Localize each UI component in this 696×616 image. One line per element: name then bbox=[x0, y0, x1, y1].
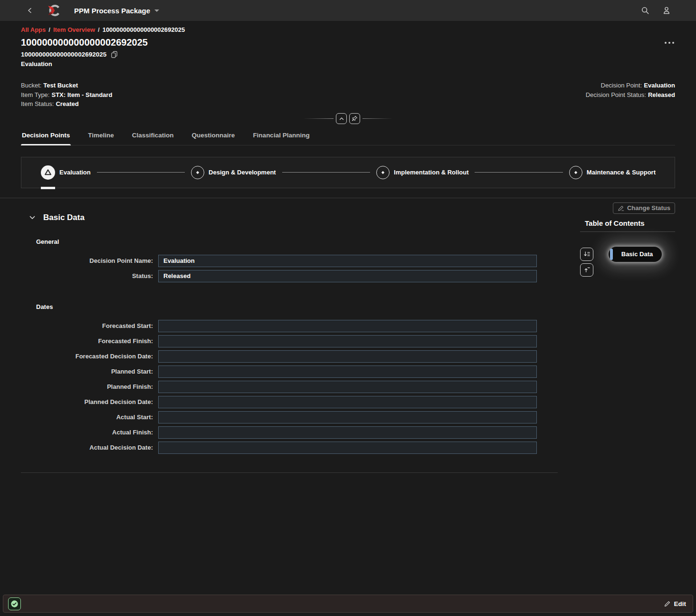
breadcrumb-separator: / bbox=[98, 26, 100, 33]
step-label: Maintenance & Support bbox=[587, 169, 656, 176]
tab-timeline[interactable]: Timeline bbox=[87, 130, 115, 145]
ellipsis-icon bbox=[668, 42, 670, 44]
item-meta: Bucket:Test Bucket Item Type:STX: Item -… bbox=[21, 81, 675, 109]
edit-button[interactable]: Edit bbox=[664, 600, 686, 607]
user-icon bbox=[662, 6, 671, 15]
meta-line: Bucket:Test Bucket bbox=[21, 81, 112, 90]
field-row: Actual Decision Date: bbox=[21, 442, 558, 454]
stepper-connector bbox=[282, 172, 370, 173]
breadcrumb-all-apps[interactable]: All Apps bbox=[21, 26, 46, 33]
meta-label: Decision Point Status: bbox=[586, 91, 646, 98]
field-row: Planned Decision Date: bbox=[21, 396, 558, 408]
signature-pen-icon bbox=[618, 205, 624, 212]
tab-financial-planning[interactable]: Financial Planning bbox=[252, 130, 310, 145]
actual-start-input[interactable] bbox=[158, 411, 537, 424]
meta-value: Evaluation bbox=[644, 82, 675, 89]
decision-point-subtitle: Evaluation bbox=[21, 60, 675, 67]
forecasted-decision-date-input[interactable] bbox=[158, 350, 537, 363]
toc-title: Table of Contents bbox=[580, 219, 675, 227]
header-collapse-row bbox=[21, 113, 675, 125]
divider-hairline bbox=[362, 118, 393, 119]
section-title: Basic Data bbox=[43, 213, 85, 222]
field-row: Planned Finish: bbox=[21, 381, 558, 393]
actual-decision-date-input[interactable] bbox=[158, 442, 537, 454]
field-label: Status: bbox=[21, 270, 158, 282]
pin-header-button[interactable] bbox=[349, 113, 360, 124]
chevron-down-icon bbox=[29, 214, 36, 221]
search-button[interactable] bbox=[639, 4, 652, 17]
success-check-button[interactable] bbox=[8, 597, 21, 610]
app-title-dropdown[interactable]: PPM Process Package bbox=[74, 7, 159, 15]
item-meta-right: Decision Point:Evaluation Decision Point… bbox=[586, 81, 675, 109]
diamond-icon bbox=[191, 166, 204, 179]
breadcrumb-separator: / bbox=[48, 26, 50, 33]
dropdown-caret-icon bbox=[154, 10, 159, 12]
stepper-step-design-development[interactable]: Design & Development bbox=[191, 166, 276, 179]
decision-point-name-input[interactable]: Evaluation bbox=[158, 255, 537, 267]
step-label: Design & Development bbox=[209, 169, 276, 176]
meta-label: Item Status: bbox=[21, 100, 54, 107]
step-label: Implementation & Rollout bbox=[394, 169, 468, 176]
toc-divider bbox=[580, 231, 675, 232]
meta-value: STX: Item - Standard bbox=[51, 91, 112, 98]
forecasted-finish-input[interactable] bbox=[158, 335, 537, 347]
edit-label: Edit bbox=[674, 600, 686, 607]
field-label: Planned Start: bbox=[21, 366, 158, 378]
pencil-icon bbox=[664, 600, 671, 607]
scroll-top-icon bbox=[583, 266, 591, 273]
copy-id-button[interactable] bbox=[111, 51, 118, 58]
stepper-step-evaluation[interactable]: Evaluation bbox=[41, 165, 91, 180]
field-row: Status: Released bbox=[21, 270, 558, 282]
meta-value: Test Bucket bbox=[43, 82, 78, 89]
status-input[interactable]: Released bbox=[158, 270, 537, 282]
planned-start-input[interactable] bbox=[158, 366, 537, 378]
field-row: Forecasted Finish: bbox=[21, 335, 558, 347]
field-label: Forecasted Start: bbox=[21, 320, 158, 332]
field-label: Actual Decision Date: bbox=[21, 442, 158, 454]
collapse-section-button[interactable] bbox=[29, 214, 36, 221]
forecasted-start-input[interactable] bbox=[158, 320, 537, 332]
change-status-button[interactable]: Change Status bbox=[613, 202, 675, 214]
tab-classification[interactable]: Classification bbox=[131, 130, 175, 145]
ellipsis-icon bbox=[665, 42, 667, 44]
user-profile-button[interactable] bbox=[660, 4, 673, 17]
diamond-icon bbox=[569, 166, 582, 179]
topbar: PPM Process Package bbox=[0, 0, 696, 21]
toc-scroll-top-button[interactable] bbox=[580, 263, 593, 277]
subtitle-row: 100000000000000002692025 bbox=[21, 51, 675, 58]
footer-action-bar: Edit bbox=[3, 595, 693, 613]
chevron-up-icon bbox=[339, 116, 344, 122]
diamond-icon bbox=[376, 166, 390, 179]
copy-icon bbox=[111, 51, 118, 58]
item-meta-left: Bucket:Test Bucket Item Type:STX: Item -… bbox=[21, 81, 112, 109]
general-fields: Decision Point Name: Evaluation Status: … bbox=[21, 255, 558, 282]
tab-questionnaire[interactable]: Questionnaire bbox=[191, 130, 236, 145]
planned-decision-date-input[interactable] bbox=[158, 396, 537, 408]
toc-scroll-down-button[interactable] bbox=[580, 248, 593, 261]
page-body: All Apps / Item Overview / 1000000000000… bbox=[0, 21, 696, 473]
collapse-header-button[interactable] bbox=[336, 113, 347, 124]
stepper-step-implementation-rollout[interactable]: Implementation & Rollout bbox=[376, 166, 468, 179]
back-button[interactable] bbox=[24, 4, 36, 17]
stepper-step-maintenance-support[interactable]: Maintenance & Support bbox=[569, 166, 656, 179]
basic-data-section-header: Basic Data bbox=[21, 213, 558, 222]
toc-item-label: Basic Data bbox=[621, 250, 653, 258]
dates-fields: Forecasted Start: Forecasted Finish: For… bbox=[21, 320, 558, 454]
item-id-label: 100000000000000002692025 bbox=[21, 51, 106, 58]
field-row: Forecasted Start: bbox=[21, 320, 558, 332]
planned-finish-input[interactable] bbox=[158, 381, 537, 393]
step-label: Evaluation bbox=[59, 169, 91, 176]
meta-line: Item Type:STX: Item - Standard bbox=[21, 90, 112, 100]
actual-finish-input[interactable] bbox=[158, 426, 537, 439]
toc-item-basic-data[interactable]: Basic Data bbox=[609, 247, 662, 262]
breadcrumb-item-overview[interactable]: Item Overview bbox=[53, 26, 95, 33]
tab-decision-points[interactable]: Decision Points bbox=[21, 130, 71, 145]
more-actions-button[interactable] bbox=[664, 40, 675, 46]
stepper-connector bbox=[97, 172, 185, 173]
main-row: Basic Data General Decision Point Name: … bbox=[21, 198, 675, 473]
back-chevron-icon bbox=[27, 7, 33, 14]
field-label: Forecasted Decision Date: bbox=[21, 350, 158, 363]
check-circle-icon bbox=[10, 600, 19, 608]
breadcrumb: All Apps / Item Overview / 1000000000000… bbox=[21, 21, 675, 33]
meta-line: Decision Point Status:Released bbox=[586, 90, 675, 100]
